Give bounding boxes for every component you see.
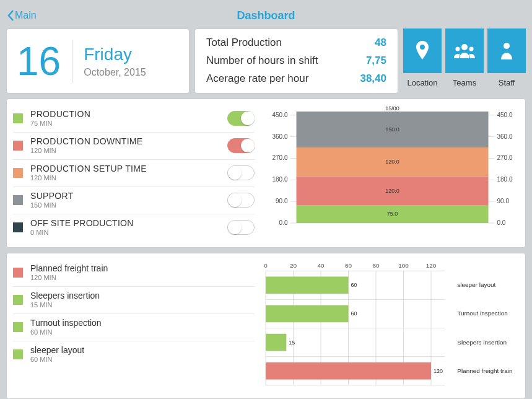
stat-value: 48: [375, 34, 386, 52]
back-button[interactable]: Main: [6, 9, 37, 22]
svg-text:Sleepers insertion: Sleepers insertion: [457, 339, 507, 346]
tasks-panel: Planned freight train120 MINSleepers ins…: [6, 253, 526, 399]
svg-text:Planned freight train: Planned freight train: [457, 367, 512, 374]
stat-label: Acerage rate per hour: [206, 70, 308, 88]
color-swatch: [13, 268, 23, 278]
category-minutes: 150 MIN: [30, 201, 227, 209]
svg-text:180.0: 180.0: [497, 176, 513, 183]
svg-text:90.0: 90.0: [276, 198, 288, 204]
task-name: Planned freight train: [30, 263, 255, 273]
color-swatch: [13, 222, 23, 232]
category-name: PRODUCTION SETUP TIME: [30, 164, 227, 173]
category-item: PRODUCTION DOWNTIME120 MIN: [13, 133, 255, 160]
stat-label: Number of hours in shift: [206, 52, 318, 70]
back-label: Main: [15, 10, 37, 21]
category-minutes: 0 MIN: [30, 229, 227, 236]
svg-text:80: 80: [372, 262, 380, 269]
teams-button[interactable]: Teams: [445, 28, 484, 94]
svg-text:120: 120: [426, 262, 437, 269]
svg-text:20: 20: [290, 262, 297, 269]
category-toggle[interactable]: [227, 111, 255, 126]
task-item: Planned freight train120 MIN: [13, 260, 255, 287]
svg-text:120: 120: [434, 368, 443, 374]
svg-rect-53: [266, 305, 349, 323]
color-swatch: [13, 322, 23, 332]
location-button[interactable]: Location: [403, 28, 442, 94]
svg-text:0.0: 0.0: [497, 219, 506, 226]
svg-text:360.0: 360.0: [497, 133, 513, 140]
svg-text:360.0: 360.0: [272, 133, 287, 140]
svg-point-3: [504, 43, 510, 49]
stat-value: 7,75: [366, 52, 386, 70]
svg-text:15: 15: [289, 340, 295, 346]
category-list: PRODUCTION75 MINPRODUCTION DOWNTIME120 M…: [13, 105, 255, 241]
date-card: 16 Friday October, 2015: [6, 28, 190, 94]
svg-text:0.0: 0.0: [279, 219, 288, 226]
svg-text:270.0: 270.0: [497, 154, 513, 161]
color-swatch: [13, 168, 23, 178]
nav-btn-label: Location: [407, 78, 437, 87]
color-swatch: [13, 141, 23, 151]
svg-text:150.0: 150.0: [385, 126, 399, 133]
svg-text:450.0: 450.0: [272, 112, 287, 118]
category-name: SUPPORT: [30, 191, 227, 201]
svg-text:sleeper layout: sleeper layout: [457, 281, 495, 288]
task-minutes: 60 MIN: [30, 356, 255, 363]
svg-text:120.0: 120.0: [385, 159, 399, 165]
task-name: sleeper layout: [30, 345, 255, 355]
svg-text:60: 60: [345, 262, 352, 269]
svg-text:100: 100: [398, 262, 409, 269]
nav-btn-label: Staff: [499, 78, 515, 87]
date-monthyear: October, 2015: [84, 67, 146, 78]
nav-btn-label: Teams: [453, 78, 476, 87]
stat-label: Total Production: [206, 34, 282, 52]
svg-rect-59: [266, 362, 431, 380]
stats-card: Total Production48 Number of hours in sh…: [194, 28, 398, 94]
svg-rect-50: [266, 276, 349, 294]
category-minutes: 120 MIN: [30, 147, 227, 154]
category-item: OFF SITE PRODUCTION0 MIN: [13, 214, 255, 241]
color-swatch: [13, 349, 23, 359]
svg-text:15/00: 15/00: [385, 105, 399, 112]
task-minutes: 60 MIN: [30, 328, 255, 336]
categories-panel: PRODUCTION75 MINPRODUCTION DOWNTIME120 M…: [6, 99, 526, 248]
task-item: Turnout inspection60 MIN: [13, 314, 255, 341]
svg-text:120.0: 120.0: [385, 188, 399, 194]
task-minutes: 15 MIN: [30, 301, 255, 309]
horizontal-bar-chart: 02040608010012060sleeper layout60Turnout…: [259, 260, 519, 392]
svg-text:75.0: 75.0: [387, 211, 398, 217]
category-toggle[interactable]: [227, 193, 255, 208]
svg-text:450.0: 450.0: [497, 112, 513, 118]
svg-text:270.0: 270.0: [272, 154, 287, 161]
task-name: Turnout inspection: [30, 318, 255, 328]
task-list: Planned freight train120 MINSleepers ins…: [13, 260, 255, 392]
category-minutes: 120 MIN: [30, 174, 227, 182]
location-pin-icon: [414, 41, 431, 61]
svg-text:Turnout inspection: Turnout inspection: [457, 310, 508, 317]
color-swatch: [13, 195, 23, 205]
category-item: SUPPORT150 MIN: [13, 187, 255, 214]
svg-point-0: [461, 44, 468, 50]
color-swatch: [13, 113, 23, 123]
task-item: sleeper layout60 MIN: [13, 341, 255, 368]
category-toggle[interactable]: [227, 165, 255, 180]
date-weekday: Friday: [84, 45, 146, 64]
stacked-chart: 0.00.090.090.0180.0180.0270.0270.0360.03…: [259, 105, 519, 241]
stat-value: 38,40: [360, 70, 386, 88]
teams-icon: [454, 43, 475, 58]
svg-text:180.0: 180.0: [272, 176, 287, 183]
category-item: PRODUCTION75 MIN: [13, 105, 255, 133]
task-item: Sleepers insertion15 MIN: [13, 287, 255, 314]
staff-button[interactable]: Staff: [487, 28, 526, 94]
category-name: PRODUCTION: [30, 109, 227, 119]
category-toggle[interactable]: [227, 138, 255, 153]
svg-text:60: 60: [351, 310, 357, 317]
category-name: PRODUCTION DOWNTIME: [30, 136, 227, 146]
category-name: OFF SITE PRODUCTION: [30, 218, 227, 228]
category-toggle[interactable]: [227, 220, 255, 235]
svg-point-2: [469, 47, 474, 51]
category-minutes: 75 MIN: [30, 120, 227, 127]
task-name: Sleepers insertion: [30, 291, 255, 300]
task-minutes: 120 MIN: [30, 274, 255, 281]
svg-text:60: 60: [351, 282, 357, 288]
